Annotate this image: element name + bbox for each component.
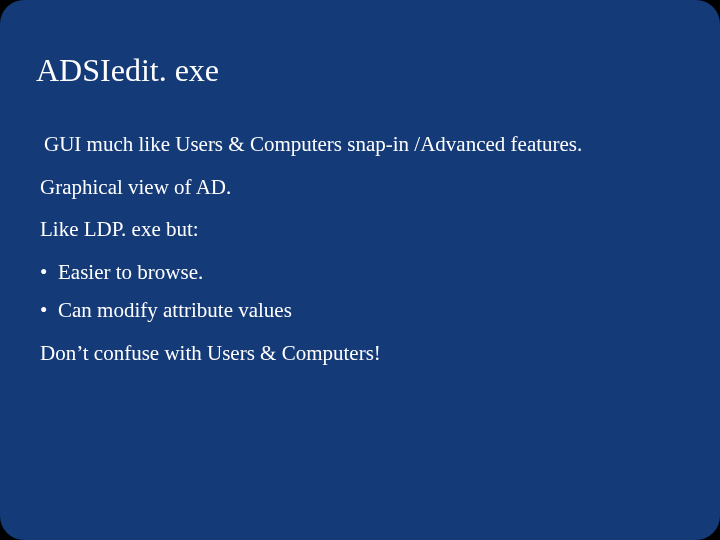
slide-title: ADSIedit. exe [36, 52, 219, 89]
bullet-item: Can modify attribute values [40, 294, 680, 327]
bullet-item: Easier to browse. [40, 256, 680, 289]
body-line-2: Graphical view of AD. [40, 171, 680, 204]
body-bullets: Easier to browse. Can modify attribute v… [40, 256, 680, 327]
body-line-4: Don’t confuse with Users & Computers! [40, 337, 680, 370]
slide: ADSIedit. exe GUI much like Users & Comp… [0, 0, 720, 540]
slide-body: GUI much like Users & Computers snap-in … [40, 128, 680, 379]
body-line-1: GUI much like Users & Computers snap-in … [44, 128, 680, 161]
body-line-3: Like LDP. exe but: [40, 213, 680, 246]
